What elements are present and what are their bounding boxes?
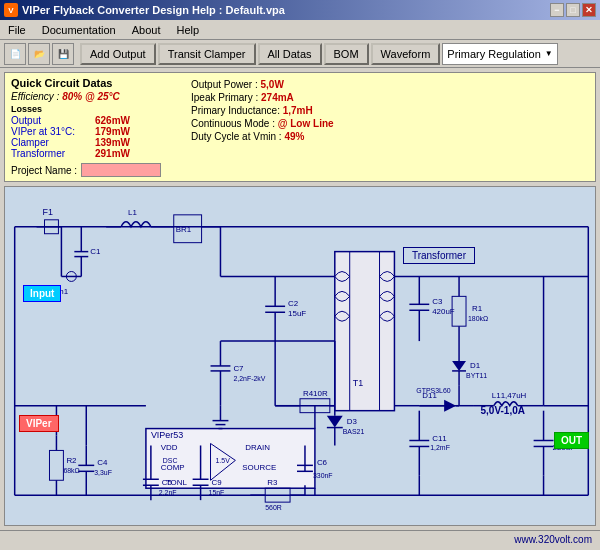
svg-text:C3: C3 xyxy=(432,297,443,306)
svg-text:BAS21: BAS21 xyxy=(343,428,365,435)
out-label-box: OUT xyxy=(554,432,589,449)
svg-text:C11: C11 xyxy=(432,434,447,443)
svg-text:BR1: BR1 xyxy=(176,225,192,234)
svg-text:COMP: COMP xyxy=(161,463,185,472)
voltage-label: 5,0V-1,0A xyxy=(481,405,525,416)
svg-text:2,2nF-2kV: 2,2nF-2kV xyxy=(233,375,265,382)
transit-clamper-button[interactable]: Transit Clamper xyxy=(158,43,256,65)
app-icon: V xyxy=(4,3,18,17)
svg-text:GTPS3L60: GTPS3L60 xyxy=(416,387,450,394)
primary-regulation-dropdown[interactable]: Primary Regulation ▼ xyxy=(442,43,557,65)
loss-transformer-row: Transformer 291mW xyxy=(11,148,171,159)
menu-help[interactable]: Help xyxy=(172,22,203,38)
svg-text:BYT11: BYT11 xyxy=(466,372,487,379)
svg-text:C7: C7 xyxy=(233,364,244,373)
toolbar-icon-new[interactable]: 📄 xyxy=(4,43,26,65)
project-name-input[interactable] xyxy=(81,163,161,177)
waveform-button[interactable]: Waveform xyxy=(371,43,441,65)
info-title: Quick Circuit Datas xyxy=(11,77,171,89)
maximize-button[interactable]: □ xyxy=(566,3,580,17)
svg-text:330nF: 330nF xyxy=(313,472,333,479)
svg-text:T1: T1 xyxy=(353,378,363,388)
svg-text:VIPer53: VIPer53 xyxy=(151,430,183,440)
add-output-button[interactable]: Add Output xyxy=(80,43,156,65)
losses-label: Efficiency : 80% @ 25°C xyxy=(11,91,171,102)
primary-inductance-row: Primary Inductance: 1,7mH xyxy=(191,105,589,116)
menu-about[interactable]: About xyxy=(128,22,165,38)
svg-text:C5: C5 xyxy=(162,478,173,487)
toolbar-icon-save[interactable]: 💾 xyxy=(52,43,74,65)
project-name-row: Project Name : xyxy=(11,163,171,177)
svg-text:15nF: 15nF xyxy=(209,489,225,496)
viper-label-box: VIPer xyxy=(19,415,59,432)
svg-text:C9: C9 xyxy=(212,478,223,487)
dropdown-arrow-icon: ▼ xyxy=(545,49,553,58)
svg-text:R1: R1 xyxy=(472,304,483,313)
duty-cycle-row: Duty Cycle at Vmin : 49% xyxy=(191,131,589,142)
svg-text:1.5V: 1.5V xyxy=(216,457,231,464)
svg-text:VDD: VDD xyxy=(161,443,178,452)
bom-button[interactable]: BOM xyxy=(324,43,369,65)
all-datas-button[interactable]: All Datas xyxy=(258,43,322,65)
svg-text:15uF: 15uF xyxy=(288,309,306,318)
svg-text:L11,47uH: L11,47uH xyxy=(492,391,527,400)
website-text: www.320volt.com xyxy=(514,534,592,545)
svg-text:D3: D3 xyxy=(347,417,358,426)
minimize-button[interactable]: − xyxy=(550,3,564,17)
svg-text:R3: R3 xyxy=(267,478,278,487)
ipeak-row: Ipeak Primary : 274mA xyxy=(191,92,589,103)
svg-text:3,3uF: 3,3uF xyxy=(94,469,112,476)
svg-text:DSC: DSC xyxy=(163,457,178,464)
loss-viper-row: VIPer at 31°C: 179mW xyxy=(11,126,171,137)
continuous-mode-row: Continuous Mode : @ Low Line xyxy=(191,118,589,129)
svg-text:L1: L1 xyxy=(128,208,137,217)
svg-text:C4: C4 xyxy=(97,458,108,467)
svg-text:420uF: 420uF xyxy=(432,307,455,316)
svg-text:SOURCE: SOURCE xyxy=(242,463,276,472)
loss-clamper-row: Clamper 139mW xyxy=(11,137,171,148)
toolbar: 📄 📂 💾 Add Output Transit Clamper All Dat… xyxy=(0,40,600,68)
svg-text:R2: R2 xyxy=(66,456,77,465)
menu-file[interactable]: File xyxy=(4,22,30,38)
svg-rect-39 xyxy=(335,252,395,411)
svg-text:C2: C2 xyxy=(288,299,299,308)
svg-text:C1: C1 xyxy=(90,247,101,256)
menu-documentation[interactable]: Documentation xyxy=(38,22,120,38)
close-button[interactable]: ✕ xyxy=(582,3,596,17)
loss-output-row: Output 626mW xyxy=(11,115,171,126)
status-bar: www.320volt.com xyxy=(0,530,600,548)
svg-text:F1: F1 xyxy=(43,207,53,217)
window-title: VIPer Flyback Converter Design Help : De… xyxy=(22,4,285,16)
svg-text:D1: D1 xyxy=(470,361,481,370)
svg-text:68kΩ: 68kΩ xyxy=(63,467,79,474)
circuit-area: F1 Th1 C1 L1 BR1 C7 2,2nF- xyxy=(4,186,596,526)
output-power-row: Output Power : 5,0W xyxy=(191,79,589,90)
input-label-box: Input xyxy=(23,285,61,302)
transformer-label: Transformer xyxy=(403,247,475,264)
info-panel: Quick Circuit Datas Efficiency : 80% @ 2… xyxy=(4,72,596,182)
title-bar: V VIPer Flyback Converter Design Help : … xyxy=(0,0,600,20)
svg-text:1,2mF: 1,2mF xyxy=(430,444,450,451)
svg-text:560R: 560R xyxy=(265,504,282,511)
svg-text:2,2nF: 2,2nF xyxy=(159,489,177,496)
menu-bar: File Documentation About Help xyxy=(0,20,600,40)
toolbar-icon-open[interactable]: 📂 xyxy=(28,43,50,65)
losses-subtitle: Losses xyxy=(11,104,171,114)
svg-text:R410R: R410R xyxy=(303,389,328,398)
svg-text:DRAIN: DRAIN xyxy=(245,443,270,452)
svg-text:C6: C6 xyxy=(317,458,328,467)
svg-text:180kΩ: 180kΩ xyxy=(468,315,488,322)
